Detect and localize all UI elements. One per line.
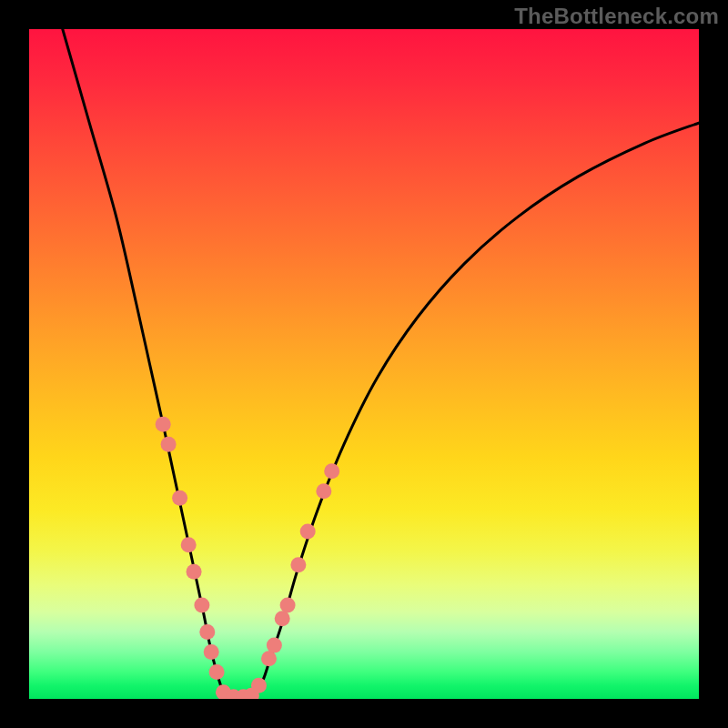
chart-marker: [324, 463, 339, 479]
chart-plot-area: [29, 29, 699, 699]
chart-frame: TheBottleneck.com: [0, 0, 728, 728]
chart-marker: [161, 437, 177, 452]
chart-marker: [261, 651, 277, 666]
chart-marker: [156, 417, 171, 432]
chart-marker: [181, 537, 197, 552]
chart-markers: [156, 417, 339, 699]
curve-right-branch: [250, 123, 699, 699]
chart-marker: [172, 490, 187, 506]
chart-marker: [204, 644, 219, 660]
chart-marker: [290, 557, 306, 572]
chart-marker: [209, 664, 225, 680]
chart-marker: [275, 611, 290, 626]
chart-marker: [300, 524, 316, 540]
chart-marker: [199, 624, 215, 640]
chart-marker: [194, 597, 209, 612]
chart-marker: [267, 638, 282, 653]
chart-marker: [280, 597, 296, 612]
chart-marker: [251, 678, 267, 693]
chart-marker: [316, 483, 331, 499]
watermark-text: TheBottleneck.com: [514, 4, 719, 29]
chart-svg: [29, 29, 699, 699]
chart-marker: [187, 564, 202, 580]
